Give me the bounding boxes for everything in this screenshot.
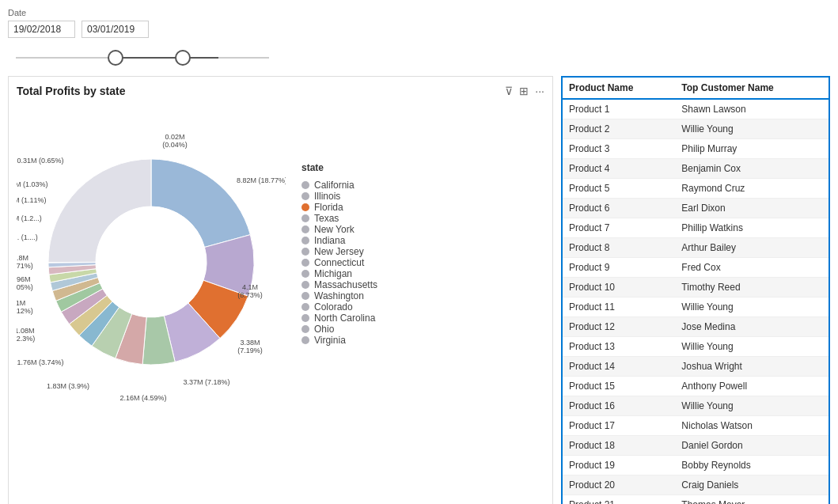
customer-name-cell: Fred Cox xyxy=(675,258,829,278)
legend-item[interactable]: Michigan xyxy=(301,268,377,279)
table-row[interactable]: Product 5Raymond Cruz xyxy=(563,179,829,199)
legend-item[interactable]: Virginia xyxy=(301,335,377,346)
table-row[interactable]: Product 13Willie Young xyxy=(563,337,829,357)
table-row[interactable]: Product 4Benjamin Cox xyxy=(563,159,829,179)
table-row[interactable]: Product 10Timothy Reed xyxy=(563,278,829,297)
product-name-cell: Product 2 xyxy=(563,119,675,139)
table-row[interactable]: Product 12Jose Medina xyxy=(563,317,829,337)
legend-dot xyxy=(301,192,309,200)
donut-svg: 8.82M (18.77%) 4.1M (8.73%) 3.38M (7.19%… xyxy=(17,104,286,404)
product-name-cell: Product 12 xyxy=(563,317,675,337)
table-row[interactable]: Product 7Phillip Watkins xyxy=(563,218,829,238)
table-row[interactable]: Product 16Willie Young xyxy=(563,396,829,416)
table-row[interactable]: Product 15Anthony Powell xyxy=(563,377,829,396)
table-row[interactable]: Product 14Joshua Wright xyxy=(563,357,829,377)
svg-text:(7.19%): (7.19%) xyxy=(237,347,263,354)
customer-name-cell: Nicholas Watson xyxy=(675,416,829,436)
chart-body: 8.82M (18.77%) 4.1M (8.73%) 3.38M (7.19%… xyxy=(17,104,544,404)
table-row[interactable]: Product 2Willie Young xyxy=(563,119,829,139)
legend-label: New York xyxy=(314,224,355,235)
legend-dot xyxy=(301,270,309,278)
customer-name-cell: Philip Murray xyxy=(675,139,829,159)
expand-icon[interactable]: ⊞ xyxy=(519,85,529,97)
svg-text:0.8M: 0.8M xyxy=(17,254,28,262)
content-area: Total Profits by state ⊽ ⊞ ··· xyxy=(8,76,830,504)
legend-item[interactable]: North Carolina xyxy=(301,313,377,324)
legend-dot xyxy=(301,281,309,289)
legend-dot xyxy=(301,181,309,189)
legend-item[interactable]: California xyxy=(301,180,377,191)
svg-text:0.02M: 0.02M xyxy=(165,133,184,141)
legend-item[interactable]: Florida xyxy=(301,202,377,213)
customer-name-cell: Craig Daniels xyxy=(675,476,829,495)
product-name-cell: Product 15 xyxy=(563,377,675,396)
legend-item[interactable]: Colorado xyxy=(301,301,377,313)
svg-text:(2.12%): (2.12%) xyxy=(17,307,33,315)
table-row[interactable]: Product 19Bobby Reynolds xyxy=(563,456,829,476)
legend-label: Connecticut xyxy=(314,257,364,268)
legend-item[interactable]: Indiana xyxy=(301,235,377,246)
table-row[interactable]: Product 20Craig Daniels xyxy=(563,476,829,495)
legend-item[interactable]: Ohio xyxy=(301,324,377,335)
svg-text:0.48M (1.03%): 0.48M (1.03%) xyxy=(17,180,48,188)
table-section[interactable]: Product Name Top Customer Name Product 1… xyxy=(561,76,830,504)
customer-name-cell: Shawn Lawson xyxy=(675,99,829,119)
date-start-input[interactable] xyxy=(8,21,75,38)
legend-label: Florida xyxy=(314,202,343,213)
customer-name-cell: Bobby Reynolds xyxy=(675,456,829,476)
chart-section: Total Profits by state ⊽ ⊞ ··· xyxy=(8,76,553,504)
table-row[interactable]: Product 17Nicholas Watson xyxy=(563,416,829,436)
date-end-input[interactable] xyxy=(82,21,149,38)
table-row[interactable]: Product 6Earl Dixon xyxy=(563,199,829,218)
table-row[interactable]: Product 11Willie Young xyxy=(563,297,829,317)
date-slider[interactable] xyxy=(8,46,277,70)
product-name-cell: Product 10 xyxy=(563,278,675,297)
customer-name-cell: Joshua Wright xyxy=(675,357,829,377)
product-name-cell: Product 20 xyxy=(563,476,675,495)
svg-text:(0.04%): (0.04%) xyxy=(162,141,188,149)
legend-label: Michigan xyxy=(314,268,352,279)
filter-icon[interactable]: ⊽ xyxy=(505,85,513,97)
legend-dot xyxy=(301,214,309,222)
table-row[interactable]: Product 9Fred Cox xyxy=(563,258,829,278)
product-name-cell: Product 6 xyxy=(563,199,675,218)
date-section: Date xyxy=(8,8,277,70)
slider-track xyxy=(16,57,269,59)
legend-label: Washington xyxy=(314,290,364,301)
product-name-cell: Product 5 xyxy=(563,179,675,199)
product-name-cell: Product 13 xyxy=(563,337,675,357)
legend-item[interactable]: Connecticut xyxy=(301,257,377,268)
chart-title: Total Profits by state xyxy=(17,85,544,97)
legend-item[interactable]: Illinois xyxy=(301,191,377,202)
legend-item[interactable]: New Jersey xyxy=(301,246,377,257)
svg-text:8.82M (18.77%): 8.82M (18.77%) xyxy=(237,176,286,184)
svg-text:(2.05%): (2.05%) xyxy=(17,283,33,291)
customer-name-cell: Phillip Watkins xyxy=(675,218,829,238)
slider-thumb-left[interactable] xyxy=(108,50,123,66)
product-name-cell: Product 3 xyxy=(563,139,675,159)
svg-point-0 xyxy=(96,207,207,317)
legend-item[interactable]: Washington xyxy=(301,290,377,301)
svg-text:1M: 1M xyxy=(17,299,25,307)
legend-item[interactable]: Massachusetts xyxy=(301,279,377,290)
svg-text:3.37M (7.18%): 3.37M (7.18%) xyxy=(183,378,229,386)
svg-text:4.1M: 4.1M xyxy=(242,283,258,291)
customer-name-cell: Arthur Bailey xyxy=(675,238,829,258)
customer-name-cell: Willie Young xyxy=(675,396,829,416)
slider-thumb-right[interactable] xyxy=(175,50,191,66)
table-row[interactable]: Product 18Daniel Gordon xyxy=(563,436,829,456)
legend-item[interactable]: New York xyxy=(301,224,377,235)
product-name-cell: Product 18 xyxy=(563,436,675,456)
legend-item[interactable]: Texas xyxy=(301,213,377,224)
table-row[interactable]: Product 8Arthur Bailey xyxy=(563,238,829,258)
table-row[interactable]: Product 3Philip Murray xyxy=(563,139,829,159)
legend-dot xyxy=(301,292,309,300)
table-row[interactable]: Product 21Thomas Meyer xyxy=(563,495,829,505)
svg-text:0.31M (0.65%): 0.31M (0.65%) xyxy=(17,157,63,165)
svg-text:0.7... (1....): 0.7... (1....) xyxy=(17,233,38,241)
table-row[interactable]: Product 1Shawn Lawson xyxy=(563,99,829,119)
svg-text:3.38M: 3.38M xyxy=(240,339,260,347)
donut-chart: 8.82M (18.77%) 4.1M (8.73%) 3.38M (7.19%… xyxy=(17,104,286,404)
more-icon[interactable]: ··· xyxy=(535,85,544,97)
customer-name-cell: Willie Young xyxy=(675,337,829,357)
